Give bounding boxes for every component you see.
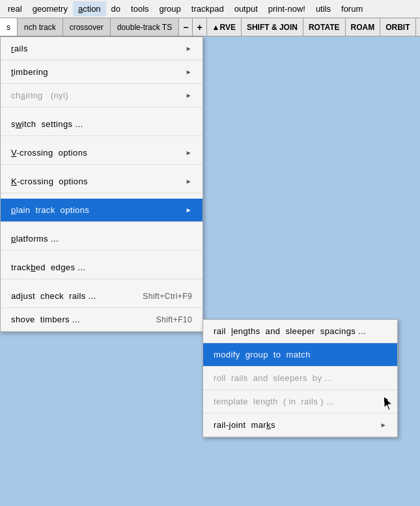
adjust-check-rails-shortcut: Shift+Ctrl+F9 xyxy=(143,292,192,301)
menu-tools[interactable]: tools xyxy=(126,1,154,16)
separator-4 xyxy=(1,193,203,199)
menu-item-plain-track[interactable]: plain track options ► xyxy=(1,199,203,222)
menu-item-plain-track-label: plain track options xyxy=(11,205,89,215)
menu-item-rails-label: rails xyxy=(11,44,28,53)
menu-do[interactable]: do xyxy=(106,1,126,16)
submenu-item-rail-lengths[interactable]: rail lengths and sleeper spacings ... xyxy=(203,320,397,343)
menu-item-shove-timbers-label: shove timbers ... xyxy=(11,315,80,324)
plain-track-submenu: rail lengths and sleeper spacings ... mo… xyxy=(203,319,398,438)
menu-item-timbering[interactable]: timbering ► xyxy=(1,61,203,84)
submenu-item-roll-rails[interactable]: roll rails and sleepers by ... xyxy=(203,367,397,390)
submenu-item-modify-group[interactable]: modify group to match xyxy=(203,343,397,367)
separator-7 xyxy=(1,279,203,285)
menu-item-k-crossing[interactable]: K-crossing options ► xyxy=(1,170,203,193)
shove-timbers-shortcut: Shift+F10 xyxy=(156,315,192,324)
menu-item-v-crossing-label: V-crossing options xyxy=(11,148,87,158)
menu-bar: real geometry action do tools group trac… xyxy=(0,0,420,18)
submenu-item-modify-group-label: modify group to match xyxy=(214,350,311,359)
rails-arrow-icon: ► xyxy=(186,45,192,52)
tab-nch-track[interactable]: nch track xyxy=(18,18,63,36)
menu-item-adjust-check-rails-label: adjust check rails ... xyxy=(11,291,96,301)
menu-item-v-crossing[interactable]: V-crossing options ► xyxy=(1,141,203,165)
action-dropdown-menu: rails ► timbering ► chairing (nyi) ► swi… xyxy=(0,36,203,332)
separator-2 xyxy=(1,136,203,141)
menu-item-trackbed-edges-label: trackbed edges ... xyxy=(11,262,85,272)
timbering-arrow-icon: ► xyxy=(186,68,192,76)
rotate-button[interactable]: ROTATE xyxy=(303,18,346,36)
orbit-button[interactable]: ORBIT xyxy=(380,18,415,36)
separator-5 xyxy=(1,222,203,227)
separator-1 xyxy=(1,107,203,113)
menu-output[interactable]: output xyxy=(229,1,263,16)
menu-item-switch-settings-label: switch settings ... xyxy=(11,119,83,129)
menu-geometry[interactable]: geometry xyxy=(27,1,73,16)
plain-track-arrow-icon: ► xyxy=(186,206,192,214)
shift-join-button[interactable]: SHIFT & JOIN xyxy=(242,18,303,36)
menu-utils[interactable]: utils xyxy=(311,1,336,16)
separator-6 xyxy=(1,251,203,256)
menu-action[interactable]: action xyxy=(73,1,106,16)
roam-button[interactable]: ROAM xyxy=(346,18,381,36)
submenu-item-rail-joint-marks-label: rail-joint marks xyxy=(214,420,275,430)
tab-double-track-ts[interactable]: double-track TS xyxy=(111,18,180,36)
menu-item-chairing[interactable]: chairing (nyi) ► xyxy=(1,84,203,107)
menu-item-switch-settings[interactable]: switch settings ... xyxy=(1,113,203,136)
menu-print-now[interactable]: print-now! xyxy=(263,1,311,16)
menu-item-k-crossing-label: K-crossing options xyxy=(11,176,88,186)
v-crossing-arrow-icon: ► xyxy=(186,149,192,156)
menu-forum[interactable]: forum xyxy=(336,1,368,16)
submenu-item-rail-joint-marks[interactable]: rail-joint marks ► xyxy=(203,414,397,437)
submenu-item-roll-rails-label: roll rails and sleepers by ... xyxy=(214,373,332,383)
tab-crossover[interactable]: crossover xyxy=(63,18,111,36)
menu-real[interactable]: real xyxy=(3,1,27,16)
zoom-minus-button[interactable]: − xyxy=(179,18,193,36)
curve-button[interactable]: ▲RVE xyxy=(207,18,242,36)
separator-3 xyxy=(1,165,203,170)
menu-item-chairing-label: chairing (nyi) xyxy=(11,91,68,100)
k-crossing-arrow-icon: ► xyxy=(186,178,192,185)
menu-item-trackbed-edges[interactable]: trackbed edges ... xyxy=(1,256,203,279)
menu-item-adjust-check-rails[interactable]: adjust check rails ... Shift+Ctrl+F9 xyxy=(1,285,203,308)
submenu-item-template-length-label: template length ( in rails ) ... xyxy=(214,397,334,406)
menu-item-platforms-label: platforms ... xyxy=(11,234,59,244)
rail-joint-marks-arrow-icon: ► xyxy=(380,421,387,429)
toolbar-row: s nch track crossover double-track TS − … xyxy=(0,18,420,36)
menu-item-platforms[interactable]: platforms ... xyxy=(1,227,203,251)
chairing-arrow-icon: ► xyxy=(186,92,192,99)
submenu-item-rail-lengths-label: rail lengths and sleeper spacings ... xyxy=(214,326,366,336)
menu-item-shove-timbers[interactable]: shove timbers ... Shift+F10 xyxy=(1,308,203,331)
menu-item-rails[interactable]: rails ► xyxy=(1,37,203,61)
menu-trackpad[interactable]: trackpad xyxy=(186,1,229,16)
tab-s[interactable]: s xyxy=(0,18,18,36)
submenu-item-template-length[interactable]: template length ( in rails ) ... xyxy=(203,390,397,414)
zoom-plus-button[interactable]: + xyxy=(193,18,206,36)
menu-group[interactable]: group xyxy=(154,1,186,16)
menu-item-timbering-label: timbering xyxy=(11,67,48,77)
